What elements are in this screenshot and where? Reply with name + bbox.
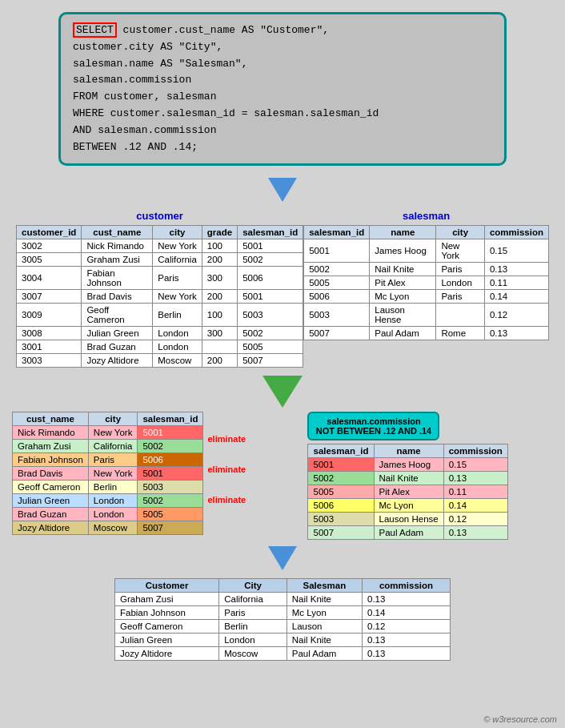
top-tables-section: customer customer_id cust_name city grad… bbox=[16, 210, 549, 368]
eliminate-label-1: eliminate bbox=[207, 434, 246, 444]
col-name: name bbox=[370, 226, 436, 239]
eliminate-label-3: eliminate bbox=[207, 495, 246, 505]
sql-line-8: BETWEEN .12 AND .14; bbox=[73, 139, 492, 156]
arrow-down-1 bbox=[268, 178, 297, 202]
filter-salesman-row: 5006Mc Lyon0.14 bbox=[308, 499, 507, 513]
table-row: 5007Paul AdamRome0.13 bbox=[304, 327, 549, 340]
sql-line1-rest: customer.cust_name AS "Customer", bbox=[117, 24, 329, 36]
table-row: 3009Geoff CameronBerlin1005003 bbox=[17, 304, 303, 327]
sql-box: SELECT customer.cust_name AS "Customer",… bbox=[58, 12, 507, 166]
col-cust-name: cust_name bbox=[82, 226, 153, 239]
col-grade: grade bbox=[202, 226, 237, 239]
fscol-commission: commission bbox=[443, 444, 507, 458]
filter-salesman-row: 5007Paul Adam0.13 bbox=[308, 526, 507, 540]
fscol-name: name bbox=[374, 444, 443, 458]
filter-customer-table: cust_name city salesman_id Nick RimandoN… bbox=[12, 412, 203, 535]
salesman-table-label: salesman bbox=[303, 210, 549, 222]
eliminate-label-2: eliminate bbox=[207, 465, 246, 474]
result-table-row: Geoff CameronBerlinLauson0.12 bbox=[115, 620, 451, 633]
sql-line-6: WHERE customer.salesman_id = salesman.sa… bbox=[73, 106, 492, 123]
result-section: Customer City Salesman commission Graham… bbox=[114, 578, 451, 661]
filter-salesman-wrapper: salesman.commissionNOT BETWEEN .12 AND .… bbox=[307, 412, 507, 540]
table-row: 5001James HoogNew York0.15 bbox=[304, 239, 549, 263]
fcol-city: city bbox=[88, 412, 138, 426]
col-commission: commission bbox=[484, 226, 548, 239]
table-row: 3002Nick RimandoNew York1005001 bbox=[17, 239, 303, 253]
result-header-row: Customer City Salesman commission bbox=[115, 579, 451, 593]
table-row: 3003Jozy AltidoreMoscow2005007 bbox=[17, 354, 303, 368]
filter-salesman-row: 5001James Hoog0.15 bbox=[308, 458, 507, 472]
table-row: 5005Pit AlexLondon0.11 bbox=[304, 276, 549, 290]
arrow-down-2 bbox=[262, 376, 303, 408]
table-row: 3007Brad DavisNew York2005001 bbox=[17, 290, 303, 304]
filter-customer-row: Julian GreenLondon5002 bbox=[13, 494, 203, 508]
table-row: 3005Graham ZusiCalifornia2005002 bbox=[17, 253, 303, 267]
salesman-table: salesman_id name city commission 5001Jam… bbox=[303, 225, 549, 340]
table-row: 3008Julian GreenLondon3005002 bbox=[17, 327, 303, 340]
filter-customer-row: Nick RimandoNew York5001 bbox=[13, 426, 203, 440]
salesman-table-wrapper: salesman salesman_id name city commissio… bbox=[303, 210, 549, 340]
fcol-cust-name: cust_name bbox=[13, 412, 89, 426]
arrow-down-3 bbox=[268, 546, 297, 570]
filter-customer-row: Brad GuzanLondon5005 bbox=[13, 508, 203, 521]
sql-line-1: SELECT customer.cust_name AS "Customer", bbox=[73, 22, 492, 39]
result-table-row: Jozy AltidoreMoscowPaul Adam0.13 bbox=[115, 647, 451, 661]
filter-salesman-row: 5003Lauson Hense0.12 bbox=[308, 513, 507, 526]
customer-table: customer_id cust_name city grade salesma… bbox=[16, 225, 303, 368]
rcol-commission: commission bbox=[362, 579, 450, 593]
result-table: Customer City Salesman commission Graham… bbox=[114, 578, 451, 661]
result-table-row: Fabian JohnsonParisMc Lyon0.14 bbox=[115, 606, 451, 620]
col-customer-id: customer_id bbox=[17, 226, 82, 239]
sql-line-3: salesman.name AS "Salesman", bbox=[73, 56, 492, 73]
filter-salesman-row: 5002Nail Knite0.13 bbox=[308, 472, 507, 485]
rcol-customer: Customer bbox=[115, 579, 219, 593]
table-row: 3004Fabian JohnsonParis3005006 bbox=[17, 267, 303, 290]
filter-salesman-table: salesman_id name commission 5001James Ho… bbox=[307, 444, 507, 540]
sql-line-7: AND salesman.commission bbox=[73, 123, 492, 139]
filter-salesman-header: salesman_id name commission bbox=[308, 444, 507, 458]
filter-customer-row: Geoff CameronBerlin5003 bbox=[13, 481, 203, 494]
customer-table-label: customer bbox=[16, 210, 303, 222]
filter-salesman-row: 5005Pit Alex0.11 bbox=[308, 485, 507, 499]
salesman-table-header-row: salesman_id name city commission bbox=[304, 226, 549, 239]
result-table-row: Graham ZusiCaliforniaNail Knite0.13 bbox=[115, 593, 451, 606]
filter-customer-row: Fabian JohnsonParis5006 bbox=[13, 453, 203, 467]
customer-table-header-row: customer_id cust_name city grade salesma… bbox=[17, 226, 303, 239]
commission-tooltip: salesman.commissionNOT BETWEEN .12 AND .… bbox=[307, 412, 439, 440]
table-row: 5006Mc LyonParis0.14 bbox=[304, 290, 549, 304]
col-salesman-id2: salesman_id bbox=[304, 226, 370, 239]
fscol-salesman-id: salesman_id bbox=[308, 444, 374, 458]
filter-customer-wrapper: cust_name city salesman_id Nick RimandoN… bbox=[12, 412, 203, 535]
sql-line-5: FROM customer, salesman bbox=[73, 89, 492, 106]
filter-customer-row: Graham ZusiCalifornia5002 bbox=[13, 440, 203, 453]
col-salesman-id: salesman_id bbox=[238, 226, 303, 239]
table-row: 5002Nail KniteParis0.13 bbox=[304, 263, 549, 276]
result-table-row: Julian GreenLondonNail Knite0.13 bbox=[115, 633, 451, 647]
filter-customer-header: cust_name city salesman_id bbox=[13, 412, 203, 426]
filter-customer-row: Brad DavisNew York5001 bbox=[13, 467, 203, 481]
customer-table-wrapper: customer customer_id cust_name city grad… bbox=[16, 210, 303, 368]
sql-select-keyword: SELECT bbox=[73, 22, 117, 38]
col-city: city bbox=[153, 226, 202, 239]
sql-line-4: salesman.commission bbox=[73, 72, 492, 89]
watermark: © w3resource.com bbox=[483, 714, 557, 724]
filter-customer-row: Jozy AltidoreMoscow5007 bbox=[13, 521, 203, 535]
sql-line-2: customer.city AS "City", bbox=[73, 39, 492, 56]
rcol-salesman: Salesman bbox=[287, 579, 362, 593]
col-city2: city bbox=[436, 226, 484, 239]
table-row: 3001Brad GuzanLondon5005 bbox=[17, 340, 303, 354]
rcol-city: City bbox=[219, 579, 287, 593]
fcol-salesman-id: salesman_id bbox=[138, 412, 203, 426]
table-row: 5003Lauson Hense0.12 bbox=[304, 304, 549, 327]
filter-section: cust_name city salesman_id Nick RimandoN… bbox=[12, 412, 553, 540]
